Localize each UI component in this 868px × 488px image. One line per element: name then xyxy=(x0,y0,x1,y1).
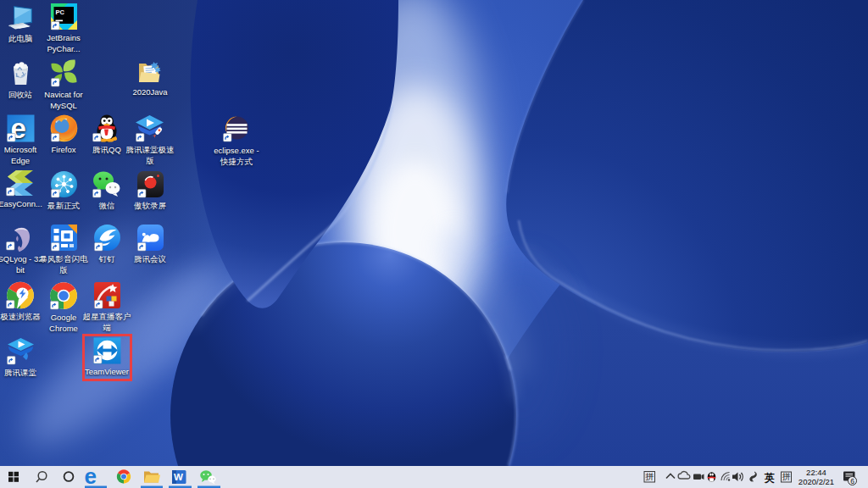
svg-text:W: W xyxy=(174,472,183,482)
svg-text:英: 英 xyxy=(764,472,775,484)
svg-text:22:44: 22:44 xyxy=(806,468,826,477)
svg-text:拼: 拼 xyxy=(782,472,791,481)
svg-text:拼: 拼 xyxy=(645,472,654,481)
svg-text:6: 6 xyxy=(850,477,854,485)
svg-text:e: e xyxy=(85,466,97,488)
svg-text:2020/2/21: 2020/2/21 xyxy=(798,477,834,486)
svg-text:PC: PC xyxy=(55,8,64,16)
